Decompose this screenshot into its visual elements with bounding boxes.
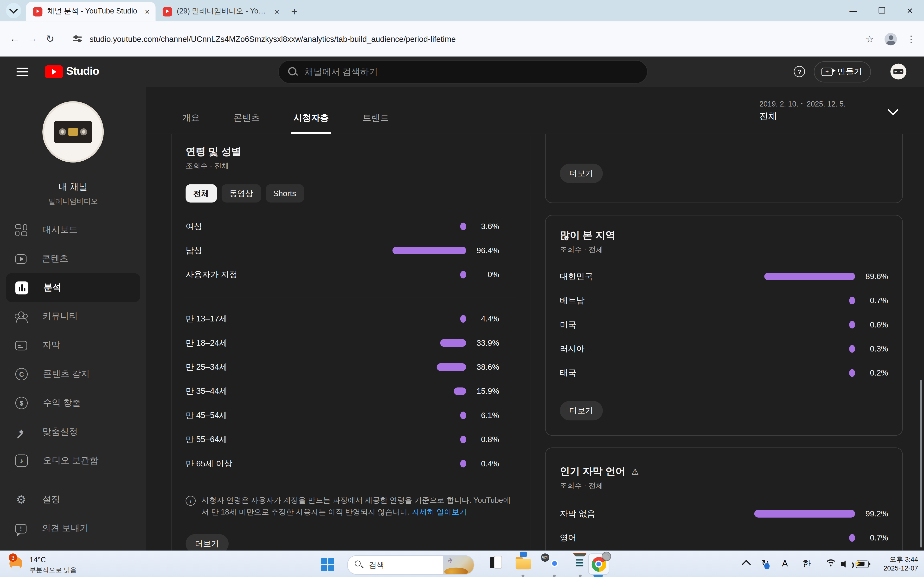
bar xyxy=(460,315,466,322)
bar-track xyxy=(389,387,466,395)
browser-tab[interactable]: (29) 밀레니엄비디오 - YouTube× xyxy=(156,2,285,21)
ime-latin-indicator[interactable]: A xyxy=(782,558,788,568)
close-button[interactable]: ✕ xyxy=(896,6,924,15)
stat-row: 베트남0.7% xyxy=(560,288,888,313)
analytics-tab[interactable]: 트렌드 xyxy=(360,113,391,134)
maximize-button[interactable] xyxy=(867,6,896,15)
wifi-icon[interactable] xyxy=(825,559,837,569)
scrollbar-thumb[interactable] xyxy=(920,380,922,548)
bar-track xyxy=(754,321,855,329)
region-stats: 대한민국89.6%베트남0.7%미국0.6%러시아0.3%태국0.2% xyxy=(560,264,888,385)
youtube-logo-icon[interactable] xyxy=(45,65,63,78)
stat-value: 0.2% xyxy=(855,369,888,377)
forward-button[interactable]: → xyxy=(24,33,41,45)
sidebar-footer-nav: ⚙설정!의견 보내기 xyxy=(0,485,146,543)
analytics-tab[interactable]: 시청자층 xyxy=(291,113,331,134)
chevron-down-icon[interactable] xyxy=(888,104,898,115)
sidebar-item-label: 분석 xyxy=(44,282,61,293)
filter-chip[interactable]: Shorts xyxy=(265,184,304,203)
reload-button[interactable]: ↻ xyxy=(41,33,59,45)
taskbar-clock[interactable]: 오후 3:44 2025-12-07 xyxy=(883,555,918,573)
studio-brand[interactable]: Studio xyxy=(66,64,99,77)
tab-search-button[interactable] xyxy=(6,3,21,18)
search-icon xyxy=(355,561,363,569)
address-bar[interactable]: studio.youtube.com/channel/UCnnLZs4MZo6S… xyxy=(65,34,865,43)
sync-tray-icon[interactable]: ↻ xyxy=(761,558,769,569)
stat-label: 러시아 xyxy=(560,343,754,354)
channel-avatar[interactable] xyxy=(42,101,104,163)
filter-chip[interactable]: 동영상 xyxy=(221,184,261,203)
learn-more-link[interactable]: 자세히 알아보기 xyxy=(412,508,467,516)
caption-stats: 자막 없음99.2%영어0.7% xyxy=(560,502,888,550)
sidebar-item-feedback[interactable]: !의견 보내기 xyxy=(0,514,146,543)
window-controls: — ✕ xyxy=(839,0,924,21)
stat-label: 남성 xyxy=(186,245,389,256)
bar xyxy=(436,363,466,371)
bar-track xyxy=(754,510,855,517)
content-type-chips: 전체동영상Shorts xyxy=(186,184,515,203)
url-text[interactable]: studio.youtube.com/channel/UCnnLZs4MZo6S… xyxy=(89,34,456,43)
sidebar-item-subtitles[interactable]: 자막 xyxy=(0,331,146,359)
tray-chevron-up-icon[interactable] xyxy=(742,560,751,569)
sidebar-item-settings[interactable]: ⚙설정 xyxy=(0,485,146,514)
taskbar-search-box[interactable]: 검색 xyxy=(347,555,474,575)
sidebar-item-dashboard[interactable]: 대시보드 xyxy=(0,215,146,244)
create-button[interactable]: + 만들기 xyxy=(814,61,871,82)
studio-search-placeholder: 채널에서 검색하기 xyxy=(305,66,378,77)
studio-search-box[interactable]: 채널에서 검색하기 xyxy=(278,60,648,84)
hamburger-menu-icon[interactable] xyxy=(16,68,28,76)
weather-icon: 3 xyxy=(6,554,25,574)
site-info-icon[interactable] xyxy=(73,35,82,42)
help-icon[interactable]: ? xyxy=(794,66,805,77)
ime-korean-indicator[interactable]: 한 xyxy=(803,559,811,569)
start-button[interactable] xyxy=(321,558,334,571)
tab-title: (29) 밀레니엄비디오 - YouTube xyxy=(177,6,270,16)
date-range-picker[interactable]: 2019. 2. 10. ~ 2025. 12. 5. 전체 xyxy=(759,100,846,122)
stat-label: 만 18–24세 xyxy=(186,338,389,348)
bookmark-star-icon[interactable]: ☆ xyxy=(866,33,874,45)
sidebar-item-community[interactable]: 커뮤니티 xyxy=(0,302,146,331)
bar xyxy=(460,412,466,419)
stat-row: 태국0.2% xyxy=(560,361,888,385)
stat-row: 영어0.7% xyxy=(560,526,888,550)
battery-icon[interactable]: ⚡ xyxy=(856,561,869,568)
weather-temp: 14°C xyxy=(29,556,76,564)
analytics-tab[interactable]: 콘텐츠 xyxy=(231,113,262,134)
more-button[interactable]: 더보기 xyxy=(560,401,603,421)
chrome-active-button[interactable] xyxy=(588,553,609,575)
account-avatar[interactable] xyxy=(890,63,906,79)
speaker-icon[interactable] xyxy=(841,560,851,568)
new-tab-button[interactable]: + xyxy=(291,6,298,17)
bar xyxy=(460,222,466,230)
warning-icon[interactable]: ⚠ xyxy=(632,467,639,476)
more-button[interactable]: 더보기 xyxy=(560,164,603,183)
analytics-tab[interactable]: 개요 xyxy=(180,113,202,134)
tab-close-icon[interactable]: × xyxy=(275,7,279,16)
stat-value: 6.1% xyxy=(466,411,499,420)
sidebar-item-customization[interactable]: ✦맞춤설정 xyxy=(0,417,146,446)
browser-menu-icon[interactable]: ⋮ xyxy=(906,33,916,45)
sidebar-item-audio-library[interactable]: ♪오디오 보관함 xyxy=(0,446,146,475)
back-button[interactable]: ← xyxy=(6,33,23,45)
bar-track xyxy=(389,315,466,322)
sidebar-item-label: 의견 보내기 xyxy=(42,523,89,534)
minimize-button[interactable]: — xyxy=(839,6,867,15)
sidebar-item-copyright[interactable]: C콘텐츠 감지 xyxy=(0,359,146,388)
bar-track xyxy=(389,436,466,443)
taskbar-weather-widget[interactable]: 3 14°C 부분적으로 맑음 xyxy=(6,554,76,575)
stat-value: 99.2% xyxy=(855,509,888,518)
tab-close-icon[interactable]: × xyxy=(145,7,150,16)
profile-avatar[interactable] xyxy=(885,33,897,45)
bar xyxy=(454,387,466,395)
sidebar-item-monetization[interactable]: $수익 창출 xyxy=(0,388,146,417)
bar xyxy=(849,297,855,305)
sidebar-item-content[interactable]: 콘텐츠 xyxy=(0,244,146,273)
analytics-content: 개요콘텐츠시청자층트렌드 2019. 2. 10. ~ 2025. 12. 5.… xyxy=(146,87,924,550)
browser-tab[interactable]: 채널 분석 - YouTube Studio× xyxy=(26,2,156,21)
stat-value: 0.3% xyxy=(855,345,888,353)
sidebar-item-analytics[interactable]: 분석 xyxy=(6,273,140,302)
filter-chip[interactable]: 전체 xyxy=(186,184,217,203)
stat-row: 만 35–44세15.9% xyxy=(186,379,515,403)
more-button[interactable]: 더보기 xyxy=(186,534,228,551)
stat-value: 0.6% xyxy=(855,320,888,329)
